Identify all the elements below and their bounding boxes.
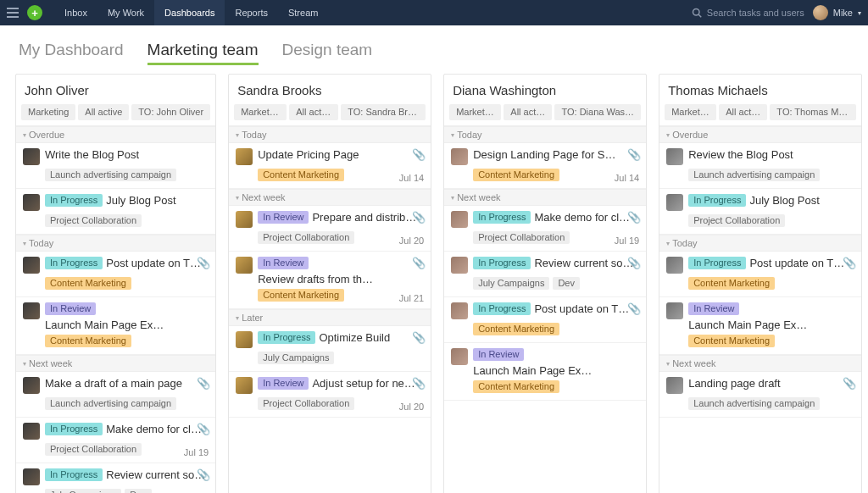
task-card[interactable]: In ReviewAdjust setup for ne…Project Col… xyxy=(229,372,431,418)
tag-chip[interactable]: Content Marketing xyxy=(258,289,344,302)
dash-tab-marketing-team[interactable]: Marketing team xyxy=(147,41,259,65)
attachment-icon[interactable]: 📎 xyxy=(412,148,426,161)
nav-item-my-work[interactable]: My Work xyxy=(97,0,154,25)
tag-chip[interactable]: Content Marketing xyxy=(473,380,559,393)
task-card[interactable]: In ReviewReview drafts from th…Content M… xyxy=(229,252,431,309)
filter-chip[interactable]: Marketing xyxy=(234,104,287,120)
task-card[interactable]: In ProgressReview current so…July Campai… xyxy=(16,463,215,493)
tag-chip[interactable]: Launch advertising campaign xyxy=(45,397,176,410)
filter-chip[interactable]: Marketing xyxy=(665,104,716,120)
attachment-icon[interactable]: 📎 xyxy=(197,423,210,435)
attachment-icon[interactable]: 📎 xyxy=(412,211,426,224)
attachment-icon[interactable]: 📎 xyxy=(197,468,210,481)
tag-chip[interactable]: Content Marketing xyxy=(688,277,775,290)
search-box[interactable]: Search tasks and users xyxy=(692,8,804,18)
section-header[interactable]: Next week xyxy=(444,189,646,206)
nav-item-dashboards[interactable]: Dashboards xyxy=(154,0,225,25)
tag-chip[interactable]: Launch advertising campaign xyxy=(688,397,820,410)
status-badge: In Progress xyxy=(45,423,103,435)
user-menu[interactable]: Mike ▾ xyxy=(813,5,861,20)
filter-chip[interactable]: All active xyxy=(289,104,338,120)
tag-chip[interactable]: Content Marketing xyxy=(688,335,775,347)
filter-chip[interactable]: TO: Sandra Bro… xyxy=(341,104,426,120)
task-card[interactable]: Design Landing Page for Sum…Content Mark… xyxy=(444,143,646,189)
task-card[interactable]: In ProgressReview current so…July Campai… xyxy=(444,252,646,297)
tag-chip[interactable]: July Campaigns xyxy=(258,352,334,364)
filter-chip[interactable]: All active xyxy=(504,104,552,120)
attachment-icon[interactable]: 📎 xyxy=(843,377,856,390)
attachment-icon[interactable]: 📎 xyxy=(412,377,426,390)
task-card[interactable]: In ProgressPost update on T…Content Mark… xyxy=(16,252,215,297)
tag-chip[interactable]: Project Collaboration xyxy=(688,214,785,227)
tag-chip[interactable]: Dev xyxy=(553,277,580,290)
task-card[interactable]: Make a draft of a main pageLaunch advert… xyxy=(16,372,215,418)
nav-right: Search tasks and users Mike ▾ xyxy=(692,5,861,20)
attachment-icon[interactable]: 📎 xyxy=(197,257,210,269)
tag-chip[interactable]: July Campaigns xyxy=(473,277,549,290)
nav-item-inbox[interactable]: Inbox xyxy=(54,0,97,25)
task-card[interactable]: In ProgressPost update on T…Content Mark… xyxy=(659,252,861,297)
dash-tab-design-team[interactable]: Design team xyxy=(282,41,373,65)
tag-chip[interactable]: Content Marketing xyxy=(45,335,131,347)
task-card[interactable]: In ReviewLaunch Main Page Ex…Content Mar… xyxy=(659,297,861,355)
tag-chip[interactable]: Launch advertising campaign xyxy=(688,169,820,181)
add-button[interactable]: + xyxy=(27,5,42,20)
attachment-icon[interactable]: 📎 xyxy=(412,331,426,344)
tag-chip[interactable]: Launch advertising campaign xyxy=(45,169,176,181)
section-header[interactable]: Overdue xyxy=(16,126,215,143)
task-card[interactable]: In ProgressPost update on T…Content Mark… xyxy=(444,297,646,343)
task-card[interactable]: Update Pricing PageContent Marketing📎Jul… xyxy=(229,143,431,189)
task-card[interactable]: Review the Blog PostLaunch advertising c… xyxy=(659,143,861,189)
attachment-icon[interactable]: 📎 xyxy=(197,377,210,390)
filter-chip[interactable]: All active xyxy=(719,104,767,120)
section-header[interactable]: Today xyxy=(444,126,646,143)
task-card[interactable]: In ReviewLaunch Main Page Ex…Content Mar… xyxy=(444,343,646,401)
tag-chip[interactable]: July Campaigns xyxy=(45,489,121,493)
filter-chip[interactable]: All active xyxy=(78,104,129,120)
nav-item-reports[interactable]: Reports xyxy=(225,0,278,25)
section-header[interactable]: Later xyxy=(229,309,431,326)
dash-tab-my-dashboard[interactable]: My Dashboard xyxy=(19,41,124,65)
attachment-icon[interactable]: 📎 xyxy=(627,257,641,269)
attachment-icon[interactable]: 📎 xyxy=(627,302,641,315)
menu-icon[interactable] xyxy=(7,7,19,19)
tag-chip[interactable]: Project Collaboration xyxy=(45,214,142,227)
nav-item-stream[interactable]: Stream xyxy=(278,0,328,25)
task-card[interactable]: In ProgressOptimize BuildJuly Campaigns📎 xyxy=(229,326,431,372)
attachment-icon[interactable]: 📎 xyxy=(627,211,641,224)
tag-chip[interactable]: Content Marketing xyxy=(473,169,559,181)
filter-chip[interactable]: TO: Diana Wash… xyxy=(554,104,641,120)
filter-chip[interactable]: Marketing xyxy=(21,104,75,120)
tag-chip[interactable]: Project Collaboration xyxy=(473,231,570,244)
section-header[interactable]: Next week xyxy=(229,189,431,206)
task-card[interactable]: In ProgressMake demo for cl…Project Coll… xyxy=(444,206,646,252)
attachment-icon[interactable]: 📎 xyxy=(843,257,856,269)
section-header[interactable]: Next week xyxy=(659,355,861,372)
section-header[interactable]: Today xyxy=(659,235,861,252)
task-card[interactable]: In ReviewLaunch Main Page Ex…Content Mar… xyxy=(16,297,215,355)
tag-chip[interactable]: Content Marketing xyxy=(258,169,344,181)
tag-chip[interactable]: Content Marketing xyxy=(45,277,131,290)
tag-chip[interactable]: Project Collaboration xyxy=(258,231,354,244)
tag-chip[interactable]: Content Marketing xyxy=(473,323,559,335)
attachment-icon[interactable]: 📎 xyxy=(412,257,426,269)
filter-chip[interactable]: TO: John Oliver xyxy=(131,104,210,120)
task-card[interactable]: In ProgressMake demo for cl…Project Coll… xyxy=(16,418,215,463)
nav-left: + InboxMy WorkDashboardsReportsStream xyxy=(7,0,328,25)
section-header[interactable]: Today xyxy=(16,235,215,252)
filter-chip[interactable]: TO: Thomas Mic… xyxy=(770,104,856,120)
tag-chip[interactable]: Project Collaboration xyxy=(258,397,354,410)
filter-chip[interactable]: Marketing xyxy=(449,104,501,120)
tag-chip[interactable]: Project Collaboration xyxy=(45,443,142,456)
section-header[interactable]: Next week xyxy=(16,355,215,372)
task-card[interactable]: Landing page draftLaunch advertising cam… xyxy=(659,372,861,418)
task-card[interactable]: In ProgressJuly Blog PostProject Collabo… xyxy=(659,189,861,235)
task-card[interactable]: Write the Blog PostLaunch advertising ca… xyxy=(16,143,215,189)
task-card[interactable]: In ProgressJuly Blog PostProject Collabo… xyxy=(16,189,215,235)
section-header[interactable]: Overdue xyxy=(659,126,861,143)
tag-chip[interactable]: Dev xyxy=(125,489,152,493)
board: John OliverMarketingAll activeTO: John O… xyxy=(0,74,868,493)
task-card[interactable]: In ReviewPrepare and distrib…Project Col… xyxy=(229,206,431,252)
section-header[interactable]: Today xyxy=(229,126,431,143)
attachment-icon[interactable]: 📎 xyxy=(627,148,641,161)
